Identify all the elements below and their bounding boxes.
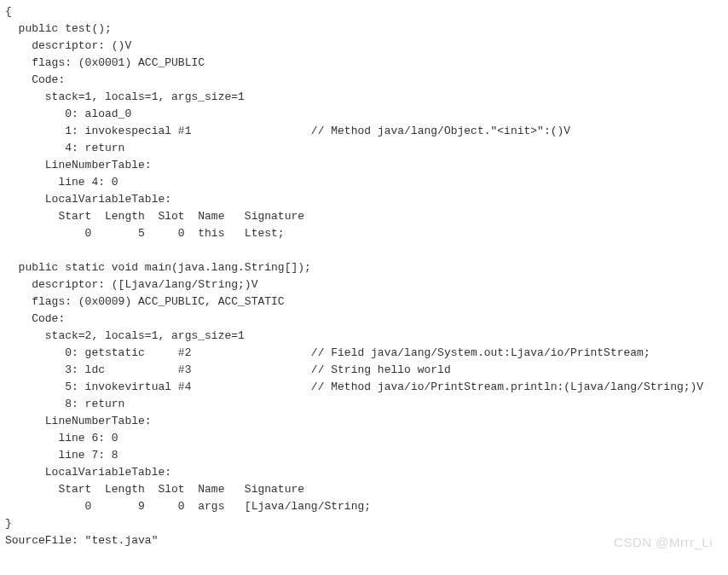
code-line: 1: invokespecial #1 // Method java/lang/… [5, 123, 723, 140]
code-line: public test(); [5, 20, 723, 38]
code-line: stack=1, locals=1, args_size=1 [5, 89, 723, 106]
code-line: LocalVariableTable: [5, 464, 723, 481]
code-line: Start Length Slot Name Signature [5, 481, 723, 498]
code-line: 0: getstatic #2 // Field java/lang/Syste… [5, 345, 723, 362]
code-line [5, 242, 723, 259]
code-line: LocalVariableTable: [5, 191, 723, 208]
code-line: stack=2, locals=1, args_size=1 [5, 328, 723, 345]
code-line: line 4: 0 [5, 174, 723, 191]
code-line: line 6: 0 [5, 430, 723, 447]
code-line: descriptor: ()V [5, 38, 723, 55]
code-line: line 7: 8 [5, 447, 723, 464]
code-line: descriptor: ([Ljava/lang/String;)V [5, 276, 723, 293]
code-line: LineNumberTable: [5, 413, 723, 430]
code-line: 0: aload_0 [5, 106, 723, 123]
code-line: SourceFile: "test.java" [5, 532, 723, 549]
code-line: Code: [5, 311, 723, 328]
code-line: flags: (0x0009) ACC_PUBLIC, ACC_STATIC [5, 293, 723, 311]
code-line: } [5, 515, 723, 532]
code-line: 5: invokevirtual #4 // Method java/io/Pr… [5, 379, 723, 396]
code-line: public static void main(java.lang.String… [5, 259, 723, 276]
code-line: 0 5 0 this Ltest; [5, 225, 723, 242]
code-line: { [5, 3, 723, 20]
code-line: Code: [5, 72, 723, 89]
code-line: flags: (0x0001) ACC_PUBLIC [5, 55, 723, 72]
code-line: Start Length Slot Name Signature [5, 208, 723, 225]
code-line: 3: ldc #3 // String hello world [5, 362, 723, 379]
code-line: 8: return [5, 396, 723, 413]
code-line: LineNumberTable: [5, 157, 723, 174]
code-line: 0 9 0 args [Ljava/lang/String; [5, 498, 723, 515]
bytecode-listing: { public test(); descriptor: ()V flags: … [0, 0, 728, 553]
code-line: 4: return [5, 140, 723, 157]
